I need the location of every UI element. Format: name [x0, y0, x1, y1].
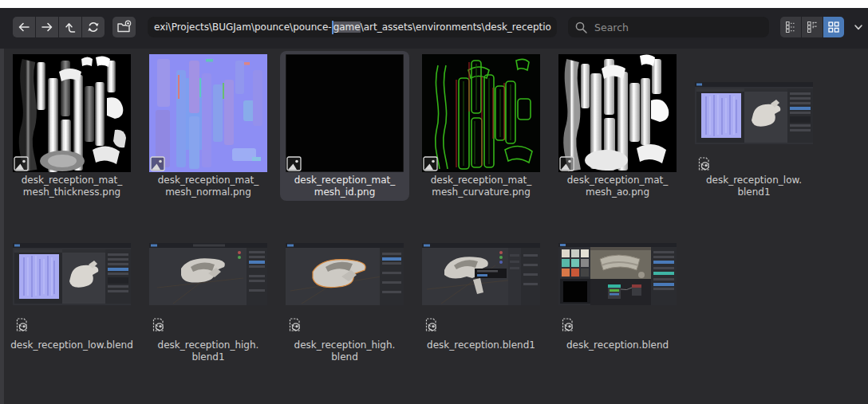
file-thumbnail[interactable] — [422, 215, 540, 333]
blend-file-badge — [14, 317, 29, 332]
file-thumbnail[interactable] — [149, 215, 267, 333]
display-mode-vertical-list-button[interactable] — [780, 17, 801, 37]
file-name: desk_reception_low.blend1 — [682, 175, 826, 198]
file-thumbnail[interactable] — [286, 215, 404, 333]
thumbnails-grid-icon — [827, 21, 840, 33]
file-item[interactable]: desk_reception.blend — [558, 215, 677, 351]
directory-path-input[interactable]: exi\Projects\BUGJam\pounce\pounce-game\a… — [148, 17, 557, 37]
image-file-icon — [14, 156, 29, 171]
thumbnail-preview — [13, 54, 131, 172]
file-thumbnail[interactable] — [558, 54, 677, 172]
file-item[interactable]: desk_reception_mat_mesh_normal.png — [149, 54, 267, 198]
file-item[interactable]: desk_reception_mat_mesh_id.png — [286, 54, 404, 198]
path-text-before: exi\Projects\BUGJam\pounce\pounce- — [154, 22, 332, 33]
file-browser-header: exi\Projects\BUGJam\pounce\pounce-game\a… — [0, 8, 868, 49]
image-file-badge — [423, 156, 438, 171]
arrow-right-icon — [42, 24, 52, 31]
thumbnail-preview — [149, 54, 267, 172]
nav-buttons — [13, 17, 105, 37]
search-input[interactable]: Search — [568, 17, 769, 37]
blend-file-icon — [14, 317, 29, 332]
blend-file-icon — [559, 317, 574, 332]
forward-button[interactable] — [36, 17, 58, 37]
arrow-left-icon — [20, 24, 30, 31]
thumbnail-preview — [695, 82, 813, 144]
file-item[interactable]: desk_reception_high.blend1 — [149, 215, 267, 363]
image-file-badge — [559, 156, 574, 171]
blend-file-icon — [150, 317, 165, 332]
file-name: desk_reception.blend — [546, 339, 689, 351]
back-button[interactable] — [13, 17, 35, 37]
refresh-icon — [86, 20, 101, 34]
blend-file-icon — [696, 156, 711, 171]
thumbnail-preview — [422, 54, 540, 172]
search-icon — [574, 21, 588, 34]
file-name: desk_reception_low.blend — [0, 339, 144, 351]
create-new-directory-button[interactable] — [112, 17, 136, 37]
thumbnail-preview — [13, 243, 131, 305]
search-placeholder: Search — [594, 22, 629, 33]
blend-file-badge — [559, 317, 574, 332]
image-file-icon — [150, 156, 165, 171]
file-item[interactable]: desk_reception_mat_mesh_thickness.png — [13, 54, 131, 198]
file-thumbnail[interactable] — [286, 54, 404, 172]
file-name: desk_reception_mat_mesh_id.png — [273, 175, 416, 198]
display-mode-horizontal-list-button[interactable] — [802, 17, 823, 37]
thumbnail-preview — [558, 243, 677, 305]
file-thumbnail[interactable] — [149, 54, 267, 172]
blend-file-icon — [423, 317, 438, 332]
file-thumbnail[interactable] — [13, 54, 131, 172]
refresh-button[interactable] — [82, 17, 105, 37]
blend-file-badge — [286, 317, 302, 332]
thumbnail-preview — [286, 243, 404, 305]
file-name: desk_reception_mat_mesh_normal.png — [136, 175, 280, 198]
file-thumbnail[interactable] — [695, 54, 813, 172]
thumbnail-preview — [149, 243, 267, 305]
chevron-down-icon — [853, 22, 864, 33]
file-item[interactable]: desk_reception_high.blend — [286, 215, 404, 363]
thumbnail-preview — [286, 54, 404, 172]
up-button[interactable] — [59, 17, 81, 37]
blend-file-badge — [423, 317, 438, 332]
display-settings-dropdown[interactable] — [849, 17, 868, 37]
blend-file-badge — [696, 156, 711, 171]
file-item[interactable]: desk_reception_mat_mesh_curvature.png — [422, 54, 540, 198]
display-mode-buttons — [780, 17, 844, 37]
path-text-after: \art_assets\environments\desk_receptio — [361, 22, 551, 33]
thumbnail-preview — [422, 243, 540, 305]
vertical-list-icon — [784, 21, 797, 33]
image-file-badge — [14, 156, 29, 171]
thumbnail-preview — [558, 54, 677, 172]
file-name: desk_reception_mat_mesh_ao.png — [546, 175, 689, 198]
file-thumbnail[interactable] — [558, 215, 677, 333]
file-thumbnail[interactable] — [13, 215, 131, 333]
path-text-selected: game — [333, 22, 361, 33]
file-name: desk_reception_mat_mesh_curvature.png — [409, 175, 553, 198]
file-item[interactable]: desk_reception_mat_mesh_ao.png — [558, 54, 677, 198]
file-item[interactable]: desk_reception_low.blend1 — [695, 54, 813, 198]
image-file-badge — [286, 156, 302, 171]
file-grid: desk_reception_mat_mesh_thickness.png de… — [0, 49, 868, 404]
file-name: desk_reception.blend1 — [409, 339, 553, 351]
blend-file-icon — [286, 317, 302, 332]
image-file-icon — [423, 156, 438, 171]
image-file-badge — [150, 156, 165, 171]
blend-file-badge — [150, 317, 165, 332]
image-file-icon — [286, 156, 302, 171]
file-name: desk_reception_high.blend — [273, 339, 416, 363]
horizontal-list-icon — [806, 21, 819, 33]
file-item[interactable]: desk_reception.blend1 — [422, 215, 540, 351]
file-name: desk_reception_mat_mesh_thickness.png — [0, 175, 144, 198]
file-thumbnail[interactable] — [422, 54, 540, 172]
image-file-icon — [559, 156, 574, 171]
file-item[interactable]: desk_reception_low.blend — [13, 215, 131, 351]
file-name: desk_reception_high.blend1 — [136, 339, 280, 363]
display-mode-thumbnails-button[interactable] — [823, 17, 844, 37]
blender-file-browser: exi\Projects\BUGJam\pounce\pounce-game\a… — [0, 8, 868, 404]
arrow-up-icon — [66, 24, 75, 32]
